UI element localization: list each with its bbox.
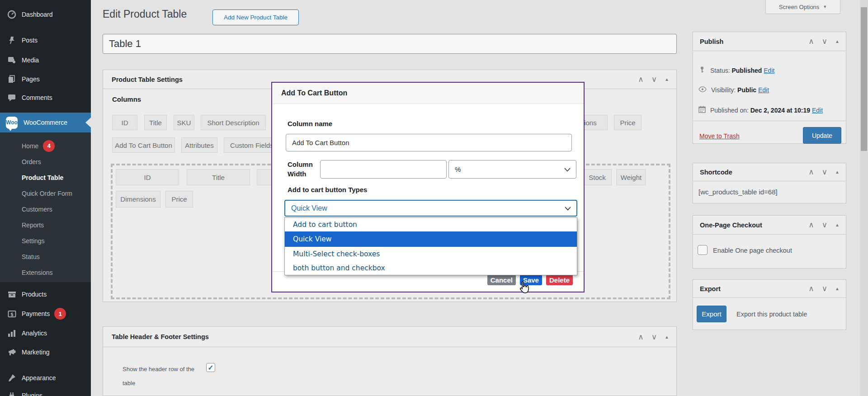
move-down-icon[interactable]: ∨ — [651, 75, 657, 84]
cancel-button[interactable]: Cancel — [487, 275, 516, 285]
columns-label: Columns — [112, 95, 141, 103]
status-edit-link[interactable]: Edit — [764, 67, 774, 74]
dropdown-option-add-to-cart[interactable]: Add to cart button — [285, 218, 577, 231]
delete-button[interactable]: Delete — [546, 275, 573, 285]
sidebar-item-products[interactable]: Products — [0, 286, 91, 302]
move-down-icon[interactable]: ∨ — [822, 220, 827, 230]
dropdown-option-quick-view[interactable]: Quick View — [285, 231, 577, 247]
move-up-icon[interactable]: ∧ — [638, 332, 643, 342]
move-up-icon[interactable]: ∧ — [808, 167, 814, 177]
move-down-icon[interactable]: ∨ — [822, 284, 827, 293]
collapse-toggle-icon[interactable]: ▲ — [665, 77, 669, 82]
submenu-item-product-table[interactable]: Product Table — [0, 170, 91, 185]
update-button[interactable]: Update — [803, 127, 841, 144]
key-icon — [698, 66, 706, 75]
collapse-toggle-icon[interactable]: ▲ — [835, 222, 840, 227]
submenu-label: Settings — [22, 237, 45, 245]
screen-options-button[interactable]: Screen Options ▼ — [765, 0, 840, 14]
table-title-input[interactable]: Table 1 — [103, 34, 677, 54]
plugin-icon — [6, 391, 17, 396]
enable-one-page-checkout-checkbox[interactable] — [698, 245, 708, 255]
visibility-row: Visibility: Public Edit — [698, 86, 769, 94]
move-to-trash-link[interactable]: Move to Trash — [699, 132, 740, 140]
sidebar-item-dashboard[interactable]: Dashboard — [0, 6, 91, 23]
panel-collapse-controls: ∧ ∨ ▲ — [638, 327, 669, 347]
width-unit-select[interactable]: % — [448, 160, 576, 179]
column-button-title[interactable]: Title — [144, 115, 167, 130]
collapse-toggle-icon[interactable]: ▲ — [835, 39, 840, 44]
published-edit-link[interactable]: Edit — [812, 107, 823, 114]
add-new-product-table-button[interactable]: Add New Product Table — [212, 9, 299, 25]
status-label: Status: — [710, 67, 730, 74]
chevron-down-icon — [565, 204, 571, 212]
selected-column-price[interactable]: Price — [165, 191, 193, 207]
sidebar-item-pages[interactable]: Pages — [0, 71, 91, 87]
move-down-icon[interactable]: ∨ — [651, 332, 657, 342]
collapse-toggle-icon[interactable]: ▲ — [835, 286, 840, 291]
sidebar-item-payments[interactable]: $ Payments 1 — [0, 306, 91, 322]
submenu-label: Quick Order Form — [22, 190, 72, 197]
column-button-id[interactable]: ID — [112, 115, 137, 130]
page-scrollbar[interactable] — [860, 0, 868, 396]
move-down-icon[interactable]: ∨ — [822, 37, 827, 46]
move-up-icon[interactable]: ∧ — [808, 37, 814, 46]
column-button-short-description[interactable]: Short Description — [201, 115, 266, 130]
sidebar-item-woocommerce[interactable]: Woo WooCommerce — [0, 113, 91, 132]
move-up-icon[interactable]: ∧ — [808, 220, 814, 230]
column-button-add-to-cart[interactable]: Add To Cart Button — [112, 137, 175, 153]
panel-title: Shortcode — [700, 169, 732, 176]
submenu-item-reports[interactable]: Reports — [0, 217, 91, 233]
active-menu-arrow — [85, 118, 91, 127]
sidebar-item-label: Appearance — [22, 374, 56, 382]
move-up-icon[interactable]: ∧ — [808, 284, 814, 293]
sidebar-item-comments[interactable]: Comments — [0, 90, 91, 106]
submenu-item-settings[interactable]: Settings — [0, 233, 91, 249]
submenu-item-extensions[interactable]: Extensions — [0, 264, 91, 280]
move-up-icon[interactable]: ∧ — [638, 75, 643, 84]
submenu-item-quick-order-form[interactable]: Quick Order Form — [0, 185, 91, 201]
export-button[interactable]: Export — [697, 306, 726, 322]
button-types-select[interactable]: Quick View — [284, 200, 577, 217]
dashboard-icon — [6, 9, 17, 19]
selected-column-stock[interactable]: Stock — [583, 169, 612, 185]
enable-one-page-checkout-label: Enable One page checkout — [713, 247, 792, 254]
submenu-item-orders[interactable]: Orders — [0, 154, 91, 170]
submenu-item-customers[interactable]: Customers — [0, 201, 91, 217]
column-width-input[interactable] — [320, 160, 447, 179]
visibility-value: Public — [737, 86, 756, 94]
visibility-edit-link[interactable]: Edit — [758, 86, 769, 94]
sidebar-item-plugins[interactable]: Plugins — [0, 387, 91, 396]
show-header-checkbox[interactable]: ✓ — [206, 363, 215, 372]
column-button-price[interactable]: Price — [614, 115, 642, 130]
submenu-item-status[interactable]: Status — [0, 249, 91, 264]
column-button-attributes[interactable]: Attributes — [181, 137, 217, 153]
selected-column-dimensions[interactable]: Dimensions — [116, 191, 160, 207]
collapse-toggle-icon[interactable]: ▲ — [835, 170, 840, 174]
published-on-row: Published on: Dec 2, 2024 at 10:19 Edit — [698, 106, 823, 114]
scrollbar-thumb[interactable] — [861, 7, 867, 151]
button-types-dropdown: Add to cart button Quick View Multi-Sele… — [284, 217, 577, 275]
dropdown-option-multi-select[interactable]: Multi-Select check-boxes — [285, 247, 577, 261]
column-name-input[interactable]: Add To Cart Button — [286, 134, 572, 151]
sidebar-item-appearance[interactable]: Appearance — [0, 370, 91, 386]
sidebar-item-media[interactable]: Media — [0, 52, 91, 68]
column-button-sku[interactable]: SKU — [174, 115, 194, 130]
submenu-item-home[interactable]: Home 4 — [0, 138, 91, 154]
screen-options-label: Screen Options — [779, 4, 820, 10]
svg-text:$: $ — [10, 311, 14, 316]
add-to-cart-button-modal: Add To Cart Button Column name Add To Ca… — [271, 82, 585, 292]
payments-count-badge: 1 — [54, 308, 66, 320]
selected-column-id[interactable]: ID — [116, 169, 179, 185]
selected-column-weight[interactable]: Weight — [616, 169, 646, 185]
sidebar-item-analytics[interactable]: Analytics — [0, 325, 91, 341]
move-down-icon[interactable]: ∨ — [822, 167, 827, 177]
submenu-label: Status — [22, 253, 40, 260]
selected-column-title[interactable]: Title — [187, 169, 250, 185]
column-name-value: Add To Cart Button — [292, 139, 349, 146]
button-types-label: Add to cart button Types — [288, 186, 367, 193]
pushpin-icon — [6, 35, 17, 45]
collapse-toggle-icon[interactable]: ▲ — [665, 335, 669, 339]
dropdown-option-both[interactable]: both button and checkbox — [285, 261, 577, 275]
sidebar-item-marketing[interactable]: Marketing — [0, 344, 91, 360]
sidebar-item-posts[interactable]: Posts — [0, 32, 91, 48]
